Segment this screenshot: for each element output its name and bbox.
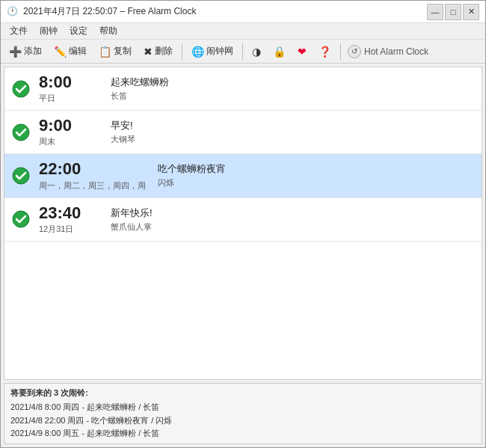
alarm-title-3: 新年快乐! (111, 206, 474, 220)
heart-button[interactable]: ❤ (292, 42, 312, 61)
alarm-info-block-3: 新年快乐! 蟹爪仙人掌 (111, 206, 474, 233)
alarm-check-0[interactable] (12, 80, 30, 98)
alarm-list: 8:00 平日 起来吃螺蛳粉 长笛 9:00 周末 早安! 大钢琴 (4, 67, 482, 380)
menu-help[interactable]: 帮助 (93, 23, 123, 39)
alarm-info-block-2: 吃个螺蛳粉夜宵 闪烁 (158, 162, 474, 188)
theme-button[interactable]: ◑ (247, 42, 266, 61)
alarm-time-0: 8:00 (39, 73, 99, 91)
web-label: 闹钟网 (206, 45, 233, 58)
heart-icon: ❤ (298, 46, 307, 58)
status-header: 将要到来的 3 次闹铃: (10, 387, 476, 400)
add-button[interactable]: ➕ 添加 (4, 42, 47, 61)
add-label: 添加 (24, 45, 42, 58)
title-bar-controls: — □ ✕ (427, 4, 479, 20)
alarm-title-0: 起来吃螺蛳粉 (111, 76, 474, 89)
title-bar: 🕐 2021年4月7日 22:50:07 – Free Alarm Clock … (1, 1, 485, 23)
alarm-sound-3: 蟹爪仙人掌 (111, 221, 474, 233)
alarm-time-3: 23:40 (39, 204, 99, 222)
alarm-schedule-3: 12月31日 (39, 224, 99, 235)
copy-icon: 📋 (99, 46, 111, 58)
svg-point-1 (13, 124, 29, 141)
toolbar-separator-3 (340, 43, 341, 60)
status-line-3: 2021/4/9 8:00 周五 - 起来吃螺蛳粉 / 长笛 (10, 427, 476, 441)
add-icon: ➕ (9, 46, 22, 58)
alarm-time-block-2: 22:00 周一，周二，周三，周四，周 (39, 160, 146, 191)
alarm-schedule-1: 周末 (39, 136, 99, 147)
web-button[interactable]: 🌐 闹钟网 (186, 42, 239, 61)
toolbar: ➕ 添加 ✏️ 编辑 📋 复制 ✖ 删除 🌐 闹钟网 ◑ 🔒 ❤ (1, 40, 485, 64)
alarm-time-block-1: 9:00 周末 (39, 117, 99, 147)
theme-icon: ◑ (252, 46, 261, 58)
prefs-icon: 🔒 (273, 46, 286, 58)
delete-label: 删除 (155, 45, 173, 58)
alarm-sound-1: 大钢琴 (111, 134, 474, 145)
menu-file[interactable]: 文件 (4, 23, 34, 39)
help-icon: ❓ (319, 46, 331, 58)
alarm-check-2[interactable] (12, 167, 30, 185)
svg-point-0 (13, 81, 29, 97)
maximize-button[interactable]: □ (445, 4, 461, 20)
alarm-row[interactable]: 22:00 周一，周二，周三，周四，周 吃个螺蛳粉夜宵 闪烁 (4, 154, 482, 197)
alarm-info-block-1: 早安! 大钢琴 (111, 119, 474, 145)
menu-settings[interactable]: 设定 (64, 23, 93, 39)
status-bar: 将要到来的 3 次闹铃: 2021/4/8 8:00 周四 - 起来吃螺蛳粉 /… (4, 383, 482, 444)
minimize-button[interactable]: — (427, 4, 443, 20)
edit-button[interactable]: ✏️ 编辑 (49, 42, 92, 61)
alarm-title-1: 早安! (111, 119, 474, 132)
hot-alarm-label: Hot Alarm Clock (364, 46, 428, 57)
alarm-info-block-0: 起来吃螺蛳粉 长笛 (111, 76, 474, 102)
edit-icon: ✏️ (54, 46, 67, 58)
svg-point-2 (13, 168, 29, 184)
alarm-schedule-0: 平日 (39, 93, 99, 104)
alarm-sound-0: 长笛 (111, 90, 474, 102)
status-line-2: 2021/4/8 22:00 周四 - 吃个螺蛳粉夜宵 / 闪烁 (10, 414, 476, 428)
toolbar-separator-1 (182, 43, 182, 60)
alarm-row[interactable]: 23:40 12月31日 新年快乐! 蟹爪仙人掌 (4, 198, 482, 242)
alarm-list-spacer (4, 242, 482, 316)
edit-label: 编辑 (69, 45, 87, 58)
svg-point-3 (13, 211, 29, 227)
copy-label: 复制 (114, 45, 132, 58)
title-bar-text: 2021年4月7日 22:50:07 – Free Alarm Clock (23, 5, 196, 18)
toolbar-separator-2 (242, 43, 243, 60)
hot-alarm-link[interactable]: ↺ Hot Alarm Clock (348, 45, 428, 58)
copy-button[interactable]: 📋 复制 (93, 42, 137, 61)
main-content: 8:00 平日 起来吃螺蛳粉 长笛 9:00 周末 早安! 大钢琴 (1, 64, 485, 447)
delete-button[interactable]: ✖ 删除 (138, 42, 178, 61)
alarm-time-2: 22:00 (39, 160, 146, 178)
alarm-time-1: 9:00 (39, 117, 99, 135)
delete-icon: ✖ (144, 46, 153, 58)
alarm-row[interactable]: 9:00 周末 早安! 大钢琴 (4, 111, 482, 154)
hot-alarm-icon: ↺ (348, 45, 361, 58)
menu-bar: 文件 闹钟 设定 帮助 (1, 23, 485, 40)
alarm-row[interactable]: 8:00 平日 起来吃螺蛳粉 长笛 (4, 67, 482, 111)
alarm-check-3[interactable] (12, 210, 30, 228)
alarm-sound-2: 闪烁 (158, 177, 474, 188)
status-line-1: 2021/4/8 8:00 周四 - 起来吃螺蛳粉 / 长笛 (10, 401, 476, 414)
title-bar-left: 🕐 2021年4月7日 22:50:07 – Free Alarm Clock (7, 5, 196, 18)
help-button[interactable]: ❓ (313, 42, 336, 61)
alarm-time-block-3: 23:40 12月31日 (39, 204, 99, 235)
menu-alarm[interactable]: 闹钟 (34, 23, 64, 39)
alarm-title-2: 吃个螺蛳粉夜宵 (158, 162, 474, 176)
alarm-check-1[interactable] (12, 123, 30, 141)
alarm-time-block-0: 8:00 平日 (39, 73, 99, 104)
main-window: 🕐 2021年4月7日 22:50:07 – Free Alarm Clock … (0, 0, 486, 448)
alarm-schedule-2: 周一，周二，周三，周四，周 (39, 180, 146, 191)
close-button[interactable]: ✕ (463, 4, 479, 20)
app-icon: 🕐 (7, 6, 19, 18)
prefs-button[interactable]: 🔒 (268, 42, 291, 61)
web-icon: 🌐 (191, 46, 204, 58)
